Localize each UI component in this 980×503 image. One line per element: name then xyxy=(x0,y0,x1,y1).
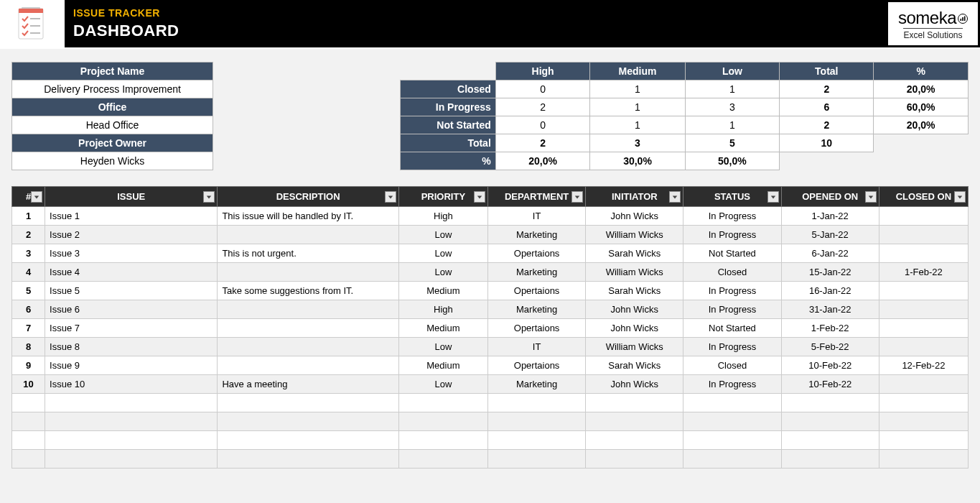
filter-dropdown-icon[interactable] xyxy=(31,191,42,203)
cell-empty[interactable] xyxy=(12,394,45,412)
cell-issue[interactable]: Issue 6 xyxy=(45,300,218,319)
issues-header-description[interactable]: DESCRIPTION xyxy=(218,187,398,207)
cell-desc[interactable] xyxy=(218,226,398,244)
cell-n[interactable]: 4 xyxy=(12,263,45,282)
filter-dropdown-icon[interactable] xyxy=(865,191,877,203)
cell-empty[interactable] xyxy=(218,431,398,450)
issues-header-initiator[interactable]: INITIATOR xyxy=(586,187,683,207)
cell-empty[interactable] xyxy=(879,450,968,469)
cell-empty[interactable] xyxy=(12,450,45,469)
cell-issue[interactable]: Issue 2 xyxy=(45,226,218,244)
cell-close[interactable] xyxy=(879,226,968,244)
cell-prio[interactable]: High xyxy=(398,207,487,226)
cell-empty[interactable] xyxy=(781,450,879,469)
filter-dropdown-icon[interactable] xyxy=(669,191,681,203)
cell-desc[interactable] xyxy=(218,319,398,338)
cell-prio[interactable]: Medium xyxy=(398,319,487,338)
cell-close[interactable] xyxy=(879,282,968,300)
cell-dept[interactable]: Marketing xyxy=(487,375,585,394)
cell-desc[interactable] xyxy=(218,300,398,319)
cell-close[interactable] xyxy=(879,300,968,319)
cell-prio[interactable]: High xyxy=(398,300,487,319)
table-row[interactable]: 9Issue 9MediumOpertaionsSarah WicksClose… xyxy=(12,356,969,375)
cell-issue[interactable]: Issue 3 xyxy=(45,244,218,263)
cell-init[interactable]: William Wicks xyxy=(586,263,683,282)
cell-empty[interactable] xyxy=(218,412,398,431)
cell-status[interactable]: In Progress xyxy=(683,300,781,319)
cell-empty[interactable] xyxy=(487,412,585,431)
cell-empty[interactable] xyxy=(398,450,487,469)
cell-n[interactable]: 7 xyxy=(12,319,45,338)
table-row[interactable]: 6Issue 6HighMarketingJohn WicksIn Progre… xyxy=(12,300,969,319)
cell-close[interactable]: 12-Feb-22 xyxy=(879,356,968,375)
cell-empty[interactable] xyxy=(398,394,487,412)
cell-dept[interactable]: IT xyxy=(487,207,585,226)
cell-issue[interactable]: Issue 5 xyxy=(45,282,218,300)
filter-dropdown-icon[interactable] xyxy=(767,191,779,203)
table-row-empty[interactable] xyxy=(12,450,969,469)
filter-dropdown-icon[interactable] xyxy=(203,191,215,203)
cell-init[interactable]: William Wicks xyxy=(586,338,683,356)
cell-empty[interactable] xyxy=(683,394,781,412)
cell-empty[interactable] xyxy=(218,450,398,469)
cell-status[interactable]: In Progress xyxy=(683,338,781,356)
table-row-empty[interactable] xyxy=(12,431,969,450)
cell-dept[interactable]: Opertaions xyxy=(487,282,585,300)
cell-n[interactable]: 10 xyxy=(12,375,45,394)
cell-prio[interactable]: Low xyxy=(398,226,487,244)
cell-empty[interactable] xyxy=(12,431,45,450)
cell-empty[interactable] xyxy=(487,394,585,412)
cell-empty[interactable] xyxy=(683,431,781,450)
cell-init[interactable]: John Wicks xyxy=(586,319,683,338)
cell-desc[interactable]: Have a meeting xyxy=(218,375,398,394)
cell-empty[interactable] xyxy=(487,450,585,469)
cell-init[interactable]: Sarah Wicks xyxy=(586,356,683,375)
table-row[interactable]: 8Issue 8LowITWilliam WicksIn Progress5-F… xyxy=(12,338,969,356)
cell-n[interactable]: 3 xyxy=(12,244,45,263)
cell-status[interactable]: Closed xyxy=(683,263,781,282)
table-row-empty[interactable] xyxy=(12,394,969,412)
cell-open[interactable]: 16-Jan-22 xyxy=(781,282,879,300)
cell-desc[interactable] xyxy=(218,263,398,282)
cell-open[interactable]: 1-Feb-22 xyxy=(781,319,879,338)
cell-prio[interactable]: Medium xyxy=(398,356,487,375)
cell-desc[interactable] xyxy=(218,356,398,375)
cell-dept[interactable]: Opertaions xyxy=(487,319,585,338)
cell-open[interactable]: 1-Jan-22 xyxy=(781,207,879,226)
cell-empty[interactable] xyxy=(781,431,879,450)
cell-n[interactable]: 5 xyxy=(12,282,45,300)
cell-close[interactable] xyxy=(879,338,968,356)
issues-header-priority[interactable]: PRIORITY xyxy=(398,187,487,207)
cell-empty[interactable] xyxy=(12,412,45,431)
cell-desc[interactable] xyxy=(218,338,398,356)
cell-empty[interactable] xyxy=(879,412,968,431)
cell-init[interactable]: John Wicks xyxy=(586,300,683,319)
cell-dept[interactable]: Marketing xyxy=(487,300,585,319)
cell-empty[interactable] xyxy=(398,431,487,450)
cell-prio[interactable]: Low xyxy=(398,338,487,356)
cell-empty[interactable] xyxy=(487,431,585,450)
cell-issue[interactable]: Issue 4 xyxy=(45,263,218,282)
cell-desc[interactable]: This is not urgent. xyxy=(218,244,398,263)
cell-empty[interactable] xyxy=(586,431,683,450)
cell-dept[interactable]: Opertaions xyxy=(487,356,585,375)
issues-header-num[interactable]: # xyxy=(12,187,45,207)
cell-close[interactable] xyxy=(879,244,968,263)
cell-init[interactable]: Sarah Wicks xyxy=(586,244,683,263)
cell-status[interactable]: Not Started xyxy=(683,244,781,263)
table-row[interactable]: 5Issue 5Take some suggestions from IT.Me… xyxy=(12,282,969,300)
cell-status[interactable]: In Progress xyxy=(683,282,781,300)
table-row-empty[interactable] xyxy=(12,412,969,431)
table-row[interactable]: 3Issue 3This is not urgent.LowOpertaions… xyxy=(12,244,969,263)
cell-close[interactable]: 1-Feb-22 xyxy=(879,263,968,282)
cell-prio[interactable]: Low xyxy=(398,375,487,394)
cell-issue[interactable]: Issue 9 xyxy=(45,356,218,375)
filter-dropdown-icon[interactable] xyxy=(954,191,966,203)
cell-open[interactable]: 15-Jan-22 xyxy=(781,263,879,282)
project-name-value[interactable]: Delivery Process Improvement xyxy=(12,80,213,98)
cell-empty[interactable] xyxy=(683,412,781,431)
cell-dept[interactable]: Marketing xyxy=(487,263,585,282)
cell-prio[interactable]: Medium xyxy=(398,282,487,300)
issues-header-department[interactable]: DEPARTMENT xyxy=(487,187,585,207)
cell-dept[interactable]: Opertaions xyxy=(487,244,585,263)
